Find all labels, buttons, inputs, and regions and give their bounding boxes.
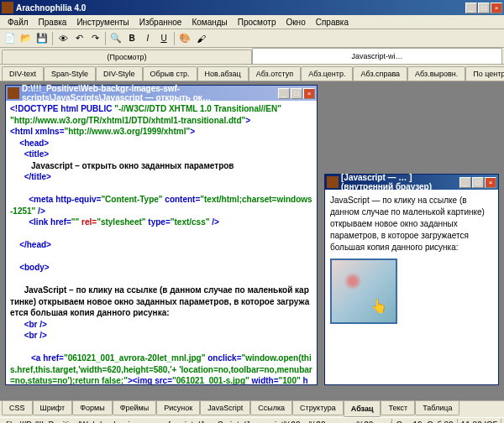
toolbar: 📄 📂 💾 👁 ↶ ↷ 🔍 B I U 🎨 🖌 — [0, 29, 504, 48]
bottom-tab-row: CSS Шрифт Формы Фреймы Рисунок JavaScrip… — [0, 400, 504, 417]
browser-window: [Javascript — … ] (внутренний браузер) _… — [324, 174, 499, 385]
btab-structure[interactable]: Структура — [292, 401, 344, 415]
hand-cursor-icon: 👆 — [370, 297, 387, 316]
menu-tools[interactable]: Инструменты — [71, 17, 134, 28]
status-time: 11:30 ЮГ — [458, 419, 501, 423]
tab-justify[interactable]: Абз.выровн. — [407, 66, 465, 81]
btab-font[interactable]: Шрифт — [33, 401, 73, 415]
color2-icon[interactable]: 🖌 — [193, 31, 208, 46]
tab-indent[interactable]: Абз.отступ — [249, 66, 302, 81]
tab-preview[interactable]: (Просмотр) — [2, 50, 252, 64]
workspace: D:\!!!_Positive\Web-backgr-images-swf-sc… — [0, 81, 504, 400]
browser-maximize-button[interactable]: □ — [472, 177, 484, 188]
browser-icon — [327, 176, 339, 188]
thumbnail-image[interactable]: 👆 — [330, 258, 397, 324]
status-bar: file:///D:/!!!_Positive/Web-backgr-image… — [0, 417, 504, 423]
find-icon[interactable]: 🔍 — [108, 31, 123, 46]
tab-center[interactable]: Абз.центр. — [301, 66, 353, 81]
tab-centertext[interactable]: По центру — [465, 66, 504, 81]
tab-pagebreak[interactable]: Обрыв стр. — [143, 66, 197, 81]
menu-view[interactable]: Просмотр — [233, 17, 281, 28]
tab-divstyle[interactable]: DIV-Style — [96, 66, 143, 81]
code-window-title: D:\!!!_Positive\Web-backgr-images-swf-sc… — [22, 84, 278, 102]
tab-spanstyle[interactable]: Span-Style — [44, 66, 96, 81]
menu-help[interactable]: Справка — [311, 17, 354, 28]
code-minimize-button[interactable]: _ — [278, 88, 290, 99]
browser-text: JavaScript — по клику на ссылке (в данно… — [330, 195, 493, 253]
btab-js[interactable]: JavaScript — [200, 401, 250, 415]
menu-bar: Файл Правка Инструменты Избранное Команд… — [0, 15, 504, 29]
tab-right[interactable]: Абз.справа — [353, 66, 407, 81]
menu-favorites[interactable]: Избранное — [134, 17, 187, 28]
save-icon[interactable]: 💾 — [34, 31, 50, 46]
underline-icon[interactable]: U — [156, 31, 171, 46]
italic-icon[interactable]: I — [140, 31, 155, 46]
main-title-bar: Arachnophilia 4.0 _ □ × — [0, 0, 504, 15]
code-close-button[interactable]: × — [303, 88, 315, 99]
btab-forms[interactable]: Формы — [72, 401, 113, 415]
btab-table[interactable]: Таблица — [415, 401, 459, 415]
doc-icon — [8, 87, 19, 99]
app-icon — [2, 2, 13, 13]
code-editor-window: D:\!!!_Positive\Web-backgr-images-swf-sc… — [5, 85, 318, 385]
close-button[interactable]: × — [491, 3, 502, 13]
tab-newpara[interactable]: Нов.абзац — [197, 66, 249, 81]
bold-icon[interactable]: B — [124, 31, 139, 46]
second-tab-row: DIV-text Span-Style DIV-Style Обрыв стр.… — [0, 65, 504, 81]
status-path: file:///D:/!!!_Positive/Web-backgr-image… — [3, 419, 392, 423]
new-icon[interactable]: 📄 — [3, 31, 18, 46]
code-editor[interactable]: <!DOCTYPE html PUBLIC "-//W3C//DTD XHTML… — [6, 101, 317, 384]
menu-file[interactable]: Файл — [3, 17, 34, 28]
maximize-button[interactable]: □ — [478, 3, 490, 13]
code-maximize-button[interactable]: □ — [291, 88, 302, 99]
tab-divtext[interactable]: DIV-text — [2, 66, 44, 81]
redo-icon[interactable]: ↷ — [87, 31, 102, 46]
btab-link[interactable]: Ссылка — [250, 401, 292, 415]
btab-css[interactable]: CSS — [2, 401, 33, 415]
btab-frames[interactable]: Фреймы — [113, 401, 157, 415]
btab-image[interactable]: Рисунок — [156, 401, 200, 415]
undo-icon[interactable]: ↶ — [71, 31, 87, 46]
menu-edit[interactable]: Правка — [34, 17, 72, 28]
browser-minimize-button[interactable]: _ — [459, 177, 471, 188]
minimize-button[interactable]: _ — [465, 3, 477, 13]
open-icon[interactable]: 📂 — [18, 31, 34, 46]
menu-commands[interactable]: Команды — [186, 17, 232, 28]
browser-title: [Javascript — … ] (внутренний браузер) — [341, 173, 459, 191]
preview-icon[interactable]: 👁 — [55, 31, 71, 46]
status-line-col: Стр 19, Стб 30 — [392, 419, 457, 423]
btab-text[interactable]: Текст — [381, 401, 415, 415]
btab-paragraph[interactable]: Абзац — [344, 401, 381, 417]
app-title: Arachnophilia 4.0 — [16, 3, 465, 13]
browser-close-button[interactable]: × — [485, 177, 496, 188]
color1-icon[interactable]: 🎨 — [177, 31, 192, 46]
menu-window[interactable]: Окно — [281, 17, 310, 28]
browser-content: JavaScript — по клику на ссылке (в данно… — [325, 190, 498, 384]
tab-jswi[interactable]: Javascript-wi… — [252, 48, 502, 64]
top-tab-row: (Просмотр) Javascript-wi… — [0, 48, 504, 65]
